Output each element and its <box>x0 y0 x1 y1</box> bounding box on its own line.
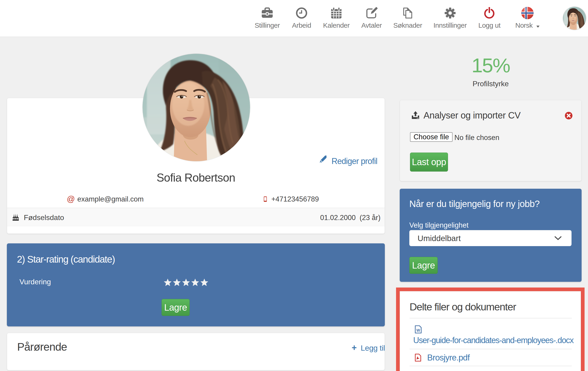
svg-text:W: W <box>416 328 420 333</box>
